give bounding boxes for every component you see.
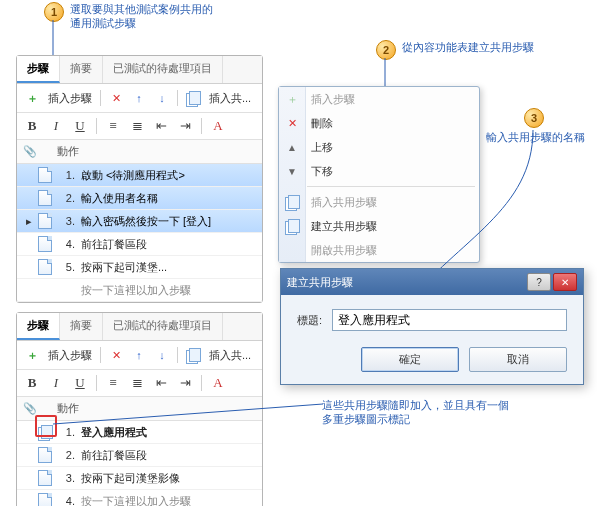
table-row[interactable]: 1.登入應用程式 [17,421,262,444]
callout-1: 1 選取要與其他測試案例共用的 通用測試步驟 [44,2,213,30]
menu-insert-shared[interactable]: 插入共用步驟 [279,190,479,214]
underline-button[interactable]: U [69,116,91,136]
cancel-button[interactable]: 取消 [469,347,567,372]
step-icon [38,447,52,463]
tab-pending[interactable]: 已測試的待處理項目 [103,56,223,83]
table-row[interactable]: 4.按一下這裡以加入步驟 [17,490,262,506]
insert-step-icon[interactable]: ＋ [21,344,43,366]
arrow-up-icon: ▲ [284,139,300,155]
insert-shared-label[interactable]: 插入共... [205,91,255,106]
step-icon [38,213,52,229]
separator [100,347,101,363]
callout-text-4: 這些共用步驟隨即加入，並且具有一個 多重步驟圖示標記 [322,398,509,426]
callout-text-1: 選取要與其他測試案例共用的 通用測試步驟 [70,2,213,30]
step-icon [38,470,52,486]
separator [96,118,97,134]
shared-step-icon [38,425,52,439]
toolbar: ＋ 插入步驟 ✕ ↑ ↓ 插入共... [17,84,262,113]
grid-header: 📎 動作 [17,140,262,164]
separator [177,347,178,363]
menu-move-up[interactable]: ▲上移 [279,135,479,159]
dialog-titlebar: 建立共用步驟 ? ✕ [281,269,583,295]
attachment-icon: 📎 [23,145,37,159]
panel-steps-after: 步驟 摘要 已測試的待處理項目 ＋ 插入步驟 ✕ ↑ ↓ 插入共... B I … [16,312,263,506]
table-row[interactable]: 2.前往訂餐區段 [17,444,262,467]
callout-2: 2 從內容功能表建立共用步驟 [376,40,534,60]
italic-button[interactable]: I [45,373,67,393]
font-color-button[interactable]: A [207,373,229,393]
toolbar: ＋ 插入步驟 ✕ ↑ ↓ 插入共... [17,341,262,370]
bold-button[interactable]: B [21,116,43,136]
table-row[interactable]: 按一下這裡以加入步驟 [17,279,262,302]
table-row[interactable]: ▸3.輸入密碼然後按一下 [登入] [17,210,262,233]
callout-badge-3: 3 [524,108,544,128]
move-down-icon[interactable]: ↓ [151,344,173,366]
insert-shared-icon[interactable] [182,87,204,109]
bullets-button[interactable]: ≡ [102,373,124,393]
close-button[interactable]: ✕ [553,273,577,291]
font-color-button[interactable]: A [207,116,229,136]
menu-move-down[interactable]: ▼下移 [279,159,479,183]
menu-delete[interactable]: ✕刪除 [279,111,479,135]
underline-button[interactable]: U [69,373,91,393]
tab-steps[interactable]: 步驟 [17,56,60,83]
tab-pending[interactable]: 已測試的待處理項目 [103,313,223,340]
table-row[interactable]: 2.輸入使用者名稱 [17,187,262,210]
callout-text-2: 從內容功能表建立共用步驟 [402,40,534,54]
panel-steps-before: 步驟 摘要 已測試的待處理項目 ＋ 插入步驟 ✕ ↑ ↓ 插入共... B I … [16,55,263,303]
separator [177,90,178,106]
tabs: 步驟 摘要 已測試的待處理項目 [17,313,262,341]
insert-step-icon[interactable]: ＋ [21,87,43,109]
title-input[interactable] [332,309,567,331]
insert-shared-icon[interactable] [182,344,204,366]
shared-step-icon [284,194,300,210]
outdent-button[interactable]: ⇤ [150,116,172,136]
grid-rows: 1.啟動 <待測應用程式> 2.輸入使用者名稱 ▸3.輸入密碼然後按一下 [登入… [17,164,262,302]
outdent-button[interactable]: ⇤ [150,373,172,393]
insert-step-label[interactable]: 插入步驟 [44,348,96,363]
indent-button[interactable]: ⇥ [174,116,196,136]
menu-create-shared[interactable]: 建立共用步驟 [279,214,479,238]
table-row[interactable]: 1.啟動 <待測應用程式> [17,164,262,187]
bullets-button[interactable]: ≡ [102,116,124,136]
tab-summary[interactable]: 摘要 [60,313,103,340]
menu-separator [307,186,475,187]
insert-shared-label[interactable]: 插入共... [205,348,255,363]
column-action: 動作 [57,401,79,416]
step-icon [38,167,52,183]
tab-summary[interactable]: 摘要 [60,56,103,83]
separator [100,90,101,106]
dialog-create-shared: 建立共用步驟 ? ✕ 標題: 確定 取消 [280,268,584,385]
menu-open-shared[interactable]: 開啟共用步驟 [279,238,479,262]
numbering-button[interactable]: ≣ [126,373,148,393]
move-up-icon[interactable]: ↑ [128,87,150,109]
numbering-button[interactable]: ≣ [126,116,148,136]
step-icon [38,236,52,252]
separator [201,118,202,134]
tabs: 步驟 摘要 已測試的待處理項目 [17,56,262,84]
bold-button[interactable]: B [21,373,43,393]
separator [96,375,97,391]
open-shared-icon [284,242,300,258]
tab-steps[interactable]: 步驟 [17,313,60,340]
table-row[interactable]: 5.按兩下起司漢堡... [17,256,262,279]
ok-button[interactable]: 確定 [361,347,459,372]
arrow-down-icon: ▼ [284,163,300,179]
table-row[interactable]: 3.按兩下起司漢堡影像 [17,467,262,490]
row-indicator-icon: ▸ [21,215,37,228]
insert-step-label[interactable]: 插入步驟 [44,91,96,106]
move-down-icon[interactable]: ↓ [151,87,173,109]
grid-header: 📎 動作 [17,397,262,421]
indent-button[interactable]: ⇥ [174,373,196,393]
delete-icon: ✕ [284,115,300,131]
delete-icon[interactable]: ✕ [105,87,127,109]
callout-text-3: 輸入共用步驟的名稱 [486,130,585,144]
move-up-icon[interactable]: ↑ [128,344,150,366]
menu-insert-step[interactable]: ＋插入步驟 [279,87,479,111]
step-icon [38,259,52,275]
table-row[interactable]: 4.前往訂餐區段 [17,233,262,256]
create-shared-icon [284,218,300,234]
italic-button[interactable]: I [45,116,67,136]
help-button[interactable]: ? [527,273,551,291]
delete-icon[interactable]: ✕ [105,344,127,366]
